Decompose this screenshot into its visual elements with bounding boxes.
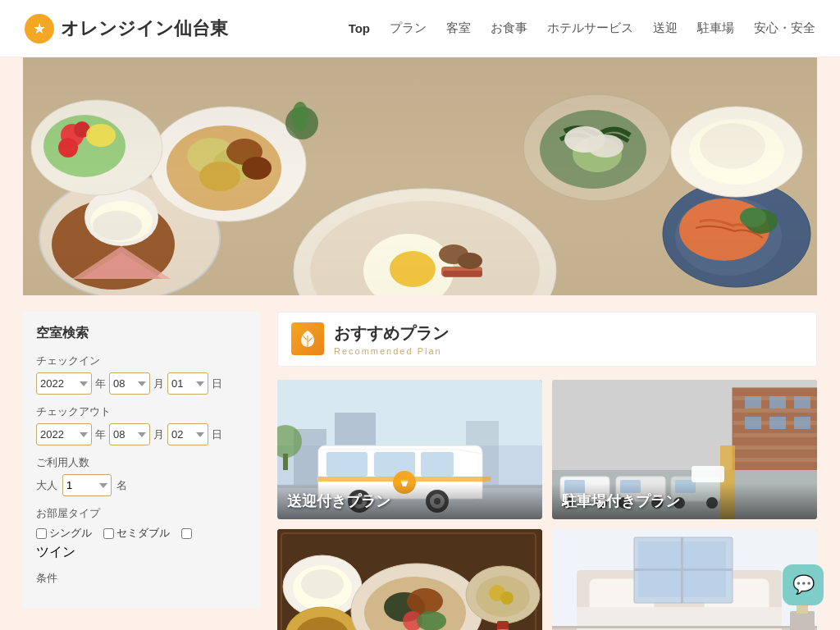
svg-rect-97 [692, 466, 724, 482]
svg-point-103 [301, 569, 344, 599]
svg-rect-80 [745, 417, 761, 429]
search-title: 空室検索 [36, 325, 248, 342]
checkout-year-select[interactable]: 2022 [36, 423, 92, 445]
svg-rect-62 [318, 477, 491, 482]
header: ★ オレンジイン仙台東 Top プラン 客室 お食事 ホテルサービス 送迎 駐車… [0, 0, 840, 57]
svg-rect-78 [769, 396, 786, 409]
checkin-month-select[interactable]: 08 [109, 372, 150, 395]
svg-rect-71 [733, 437, 817, 445]
checkbox-single[interactable]: シングル [36, 526, 92, 541]
recommended-header: おすすめプラン Recommended Plan [277, 312, 817, 367]
checkin-date-row: 2022 年 08 月 01 日 [36, 372, 248, 395]
checkout-label: チェックアウト [36, 404, 248, 419]
svg-rect-136 [552, 626, 817, 628]
room-svg [552, 529, 817, 630]
plan-card-food[interactable] [277, 529, 542, 630]
conditions-group: 条件 [36, 571, 248, 586]
checkbox-twin-input[interactable] [181, 528, 192, 539]
parking-overlay: 駐車場付きプラン [552, 483, 817, 519]
food-bg [277, 529, 542, 630]
svg-point-112 [417, 611, 446, 630]
guests-group: ご利用人数 大人 1 2 3 4 名 [36, 455, 248, 496]
checkout-day-unit: 日 [212, 427, 222, 442]
recommended-icon [298, 329, 317, 349]
food-svg [277, 529, 542, 630]
section-title-en: Recommended Plan [334, 346, 449, 356]
logo-area: ★ オレンジイン仙台東 [25, 14, 228, 43]
checkbox-semidouble-input[interactable] [103, 528, 114, 539]
chat-button[interactable]: 💬 [783, 564, 824, 605]
svg-rect-64 [283, 454, 288, 470]
sidebar: 空室検索 チェックイン 2022 年 08 月 [23, 312, 261, 630]
svg-rect-79 [794, 396, 810, 409]
conditions-label: 条件 [36, 571, 248, 586]
checkout-group: チェックアウト 2022 年 08 月 02 日 [36, 404, 248, 445]
nav-item-safety[interactable]: 安心・安全 [754, 21, 815, 36]
checkin-month-unit: 月 [153, 377, 164, 391]
section-titles: おすすめプラン Recommended Plan [334, 322, 449, 356]
checkout-month-unit: 月 [153, 427, 164, 442]
room-bg [552, 529, 817, 630]
parking-label: 駐車場付きプラン [562, 493, 680, 509]
checkin-day-select[interactable]: 01 [167, 372, 208, 395]
checkbox-row: シングル セミダブル [36, 526, 248, 541]
logo-text: オレンジイン仙台東 [61, 16, 228, 41]
checkout-date-row: 2022 年 08 月 02 日 [36, 423, 248, 445]
checkout-day-select[interactable]: 02 [167, 423, 208, 445]
hero-image [23, 57, 817, 295]
checkbox-semidouble[interactable]: セミダブル [103, 526, 170, 541]
people-row: 大人 1 2 3 4 名 [36, 474, 248, 496]
svg-rect-67 [733, 388, 817, 396]
checkin-label: チェックイン [36, 354, 248, 368]
room-type-group: お部屋タイプ シングル セミダブル [36, 506, 248, 561]
right-content: おすすめプラン Recommended Plan [277, 312, 817, 630]
plan-card-parking[interactable]: 駐車場付きプラン [552, 380, 817, 519]
search-box: 空室検索 チェックイン 2022 年 08 月 [23, 312, 261, 609]
nav-item-top[interactable]: Top [349, 21, 370, 35]
adults-select[interactable]: 1 2 3 4 [62, 474, 112, 496]
checkbox-semidouble-label: セミダブル [116, 526, 170, 541]
nav-item-room[interactable]: 客室 [446, 21, 471, 36]
hero-svg [23, 57, 817, 295]
main-nav: Top プラン 客室 お食事 ホテルサービス 送迎 駐車場 安心・安全 [349, 21, 815, 36]
checkin-year-unit: 年 [95, 377, 106, 391]
svg-point-116 [500, 591, 514, 605]
chat-icon: 💬 [792, 574, 815, 596]
checkin-year-select[interactable]: 2022 [36, 372, 92, 395]
svg-rect-73 [733, 462, 817, 470]
main-content: 空室検索 チェックイン 2022 年 08 月 [0, 295, 840, 630]
checkin-group: チェックイン 2022 年 08 月 01 日 [36, 354, 248, 395]
checkbox-single-input[interactable] [36, 528, 47, 539]
logo-icon: ★ [25, 14, 54, 43]
svg-rect-135 [681, 537, 683, 603]
hero-section [0, 57, 840, 295]
plan-grid: 送迎付きプラン [277, 380, 817, 630]
nav-item-parking[interactable]: 駐車場 [697, 21, 734, 36]
guests-label: ご利用人数 [36, 455, 248, 470]
adults-label: 大人 [36, 478, 57, 493]
svg-rect-54 [421, 452, 454, 477]
svg-point-110 [407, 588, 443, 614]
transport-overlay: 送迎付きプラン [277, 483, 542, 519]
nav-item-transfer[interactable]: 送迎 [653, 21, 678, 36]
nav-item-food[interactable]: お食事 [491, 21, 527, 36]
page-wrapper: ★ オレンジイン仙台東 Top プラン 客室 お食事 ホテルサービス 送迎 駐車… [0, 0, 840, 630]
svg-rect-43 [23, 57, 817, 295]
nav-item-plan[interactable]: プラン [390, 21, 427, 36]
svg-rect-77 [745, 396, 761, 409]
nav-item-service[interactable]: ホテルサービス [547, 21, 633, 36]
checkbox-twin-label: ツイン [36, 545, 75, 559]
adults-unit: 名 [116, 478, 127, 493]
checkbox-twin[interactable] [181, 528, 192, 539]
svg-rect-82 [794, 417, 810, 429]
section-title-jp: おすすめプラン [334, 322, 449, 345]
checkout-month-select[interactable]: 08 [109, 423, 150, 445]
checkin-day-unit: 日 [212, 377, 222, 391]
svg-rect-118 [497, 621, 509, 629]
plan-card-room[interactable] [552, 529, 817, 630]
transport-label: 送迎付きプラン [287, 493, 390, 509]
section-icon [291, 322, 324, 355]
section-icon-inner [291, 322, 324, 355]
svg-rect-72 [733, 450, 817, 458]
plan-card-transport[interactable]: 送迎付きプラン [277, 380, 542, 519]
